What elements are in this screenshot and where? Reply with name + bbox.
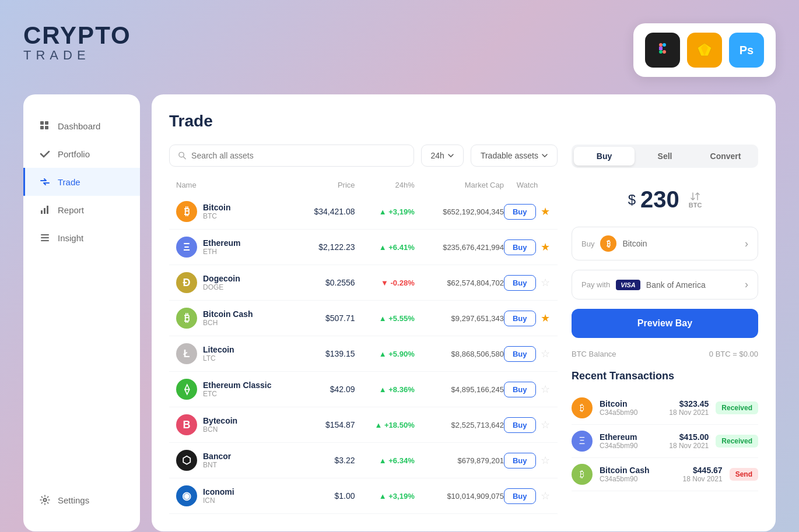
tx-name: Ethereum: [600, 432, 662, 442]
table-row: Ð Dogecoin DOGE $0.2556 ▼ -0.28% $62,574…: [169, 265, 558, 301]
currency-switch[interactable]: BTC: [689, 191, 702, 209]
asset-name-ETH: Ethereum: [203, 238, 241, 248]
col-price: Price: [295, 181, 355, 189]
crypto-icon-ETC: ⟠: [176, 379, 197, 400]
buy-btn-ETH[interactable]: Buy: [504, 239, 536, 255]
btc-balance-label: BTC Balance: [572, 350, 616, 358]
svg-rect-1: [663, 43, 666, 47]
col-24h: 24h%: [355, 181, 415, 189]
price-ICN: $1.00: [295, 491, 355, 501]
time-filter-btn[interactable]: 24h: [421, 145, 464, 167]
buy-btn-ICN[interactable]: Buy: [504, 488, 536, 504]
tx-status: Send: [730, 468, 758, 481]
tab-sell[interactable]: Sell: [635, 147, 695, 165]
price-LTC: $139.15: [295, 349, 355, 358]
sidebar: Dashboard Portfolio Trade: [23, 94, 140, 531]
change-LTC: ▲ +5.90%: [355, 350, 415, 358]
buy-btn-BCN[interactable]: Buy: [504, 417, 536, 433]
star-ETH[interactable]: ★: [541, 241, 550, 253]
svg-rect-10: [45, 126, 48, 129]
report-icon: [39, 204, 51, 216]
asset-filter-btn[interactable]: Tradable assets: [471, 145, 558, 167]
watch-cell-LTC: Buy ☆: [504, 346, 551, 362]
star-BNT[interactable]: ☆: [541, 454, 550, 467]
portfolio-icon: [39, 148, 51, 160]
table-row: Ξ Ethereum ETH $2,122.23 ▲ +6.41% $235,6…: [169, 230, 558, 265]
star-BCN[interactable]: ☆: [541, 418, 550, 431]
buy-btn-BTC[interactable]: Buy: [504, 204, 536, 220]
sidebar-item-insight[interactable]: Insight: [23, 224, 140, 252]
buy-asset-option[interactable]: Buy ₿ Bitcoin ›: [572, 227, 758, 260]
star-ICN[interactable]: ☆: [541, 489, 550, 502]
chevron-right-2-icon: ›: [745, 279, 748, 291]
price-BNT: $3.22: [295, 456, 355, 465]
logo-crypto: CRYPTO: [23, 23, 131, 48]
asset-name-LTC: Litecoin: [203, 345, 234, 354]
sidebar-item-portfolio[interactable]: Portfolio: [23, 140, 140, 168]
preview-bay-button[interactable]: Preview Bay: [572, 309, 758, 338]
amount-display: $ 230 BTC: [572, 177, 758, 217]
asset-ticker-LTC: LTC: [203, 354, 234, 362]
star-ETC[interactable]: ☆: [541, 383, 550, 396]
asset-name-BNT: Bancor: [203, 452, 231, 461]
chevron-right-icon: ›: [745, 238, 748, 250]
star-DOGE[interactable]: ☆: [541, 276, 550, 289]
sidebar-item-settings[interactable]: Settings: [23, 486, 140, 514]
page-title: Trade: [169, 112, 758, 131]
table-row: ⟠ Ethereum Classic ETC $42.09 ▲ +8.36% $…: [169, 372, 558, 407]
buy-btn-ETC[interactable]: Buy: [504, 382, 536, 397]
sidebar-item-report[interactable]: Report: [23, 196, 140, 224]
buy-btn-LTC[interactable]: Buy: [504, 346, 536, 362]
tx-id: C34a5bm90: [600, 442, 662, 450]
btc-label: BTC: [689, 202, 702, 209]
visa-icon: VISA: [616, 280, 640, 290]
change-DOGE: ▼ -0.28%: [355, 279, 415, 287]
currency-symbol: $: [628, 192, 636, 208]
filter-bar: 24h Tradable assets: [169, 145, 558, 167]
star-LTC[interactable]: ☆: [541, 347, 550, 360]
star-BTC[interactable]: ★: [541, 205, 550, 218]
asset-name-BCN: Bytecoin: [203, 416, 237, 425]
asset-ticker-ICN: ICN: [203, 496, 234, 505]
tab-convert[interactable]: Convert: [695, 147, 756, 165]
tx-date: 18 Nov 2021: [669, 408, 709, 417]
figma-icon[interactable]: [645, 33, 680, 68]
watch-cell-DOGE: Buy ☆: [504, 275, 551, 291]
asset-info-BCH: ₿ Bitcoin Cash BCH: [176, 308, 295, 329]
buy-btn-BNT[interactable]: Buy: [504, 453, 536, 468]
search-box[interactable]: [169, 145, 414, 167]
sidebar-item-trade[interactable]: Trade: [23, 168, 140, 196]
transaction-item: Ξ Ethereum C34a5bm90 $415.00 18 Nov 2021…: [572, 425, 758, 458]
sketch-icon[interactable]: [687, 33, 722, 68]
svg-rect-14: [41, 234, 49, 235]
price-BCH: $507.71: [295, 313, 355, 323]
tab-buy[interactable]: Buy: [574, 147, 635, 165]
sidebar-item-dashboard[interactable]: Dashboard: [23, 112, 140, 140]
col-name: Name: [176, 181, 295, 189]
marketcap-BTC: $652,192,904,345: [415, 207, 504, 216]
asset-ticker-ETH: ETH: [203, 248, 241, 256]
buy-btn-BCH[interactable]: Buy: [504, 311, 536, 326]
star-BCH[interactable]: ★: [541, 312, 550, 325]
tx-name: Bitcoin: [600, 399, 662, 408]
crypto-icon-ETH: Ξ: [176, 237, 197, 258]
tx-status: Received: [716, 435, 758, 448]
asset-name-ETC: Ethereum Classic: [203, 380, 272, 390]
svg-rect-8: [45, 121, 48, 125]
table-row: B Bytecoin BCN $154.87 ▲ +18.50% $2,525,…: [169, 407, 558, 443]
svg-rect-2: [659, 47, 663, 50]
search-input[interactable]: [191, 151, 405, 160]
watch-cell-ETC: Buy ☆: [504, 382, 551, 397]
buy-btn-DOGE[interactable]: Buy: [504, 275, 536, 291]
asset-info-BNT: ⬡ Bancor BNT: [176, 450, 295, 471]
asset-name: Bitcoin: [622, 239, 647, 248]
svg-rect-16: [41, 240, 49, 241]
logo-trade: TRADE: [23, 48, 131, 63]
content-area: Trade 24h: [152, 94, 776, 531]
change-BTC: ▲ +3,19%: [355, 207, 415, 216]
price-ETC: $42.09: [295, 385, 355, 394]
buy-asset-info: Buy ₿ Bitcoin: [581, 235, 647, 252]
change-BNT: ▲ +6.34%: [355, 456, 415, 465]
photoshop-icon[interactable]: Ps: [729, 33, 764, 68]
pay-with-option[interactable]: Pay with VISA Bank of America ›: [572, 270, 758, 300]
